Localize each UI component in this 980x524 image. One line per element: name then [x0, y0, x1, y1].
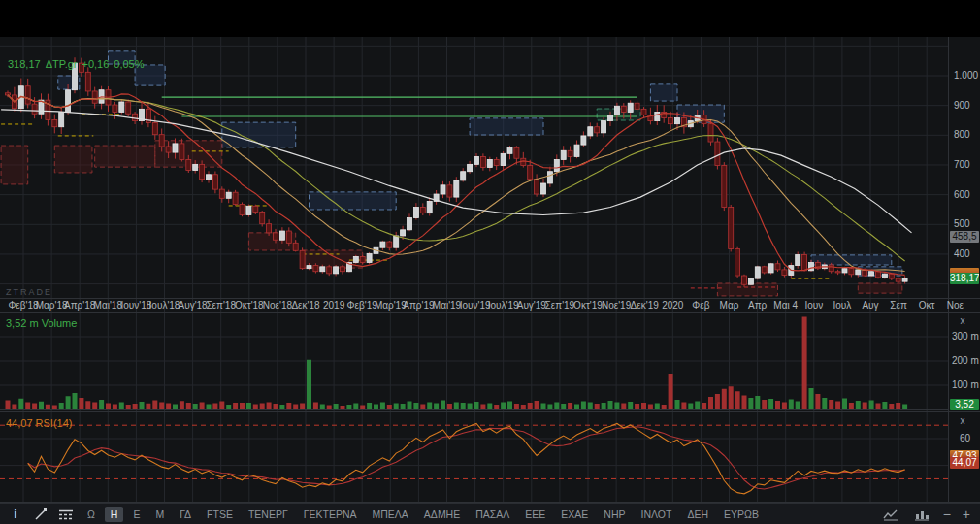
x-axis-label: Ιουν'18 — [120, 300, 151, 311]
x-axis-label: Αυγ'18 — [179, 300, 208, 311]
x-axis-label: Μαρ'18 — [36, 300, 68, 311]
x-axis-label: Σεπ — [890, 300, 907, 311]
ticker-tab-ΕΕΕ[interactable]: ΕΕΕ — [519, 507, 551, 522]
volume-pane-close-button[interactable]: x — [956, 315, 969, 327]
trading-app: 318,17ΔTP.gr+0,160,05% ZTRADE 3,52 m Vol… — [0, 0, 980, 524]
toolbar-right-group: − + — [881, 507, 980, 522]
ma-white-value-badge: 458,5 — [950, 231, 979, 243]
ticker-tab-Η[interactable]: Η — [105, 507, 124, 522]
ticker-tab-Ε[interactable]: Ε — [127, 507, 146, 522]
x-axis-label: Σεπ'18 — [206, 300, 236, 311]
x-axis-label: Νοε'19 — [602, 300, 631, 311]
bar-chart-icon[interactable] — [912, 507, 931, 522]
x-axis-label: Νοε — [947, 300, 964, 311]
line-chart-icon[interactable] — [881, 507, 900, 522]
x-axis-label: Ιουλ — [833, 300, 851, 311]
volume-tick: 100 m — [952, 379, 979, 390]
volume-value: 3,52 m — [6, 317, 39, 329]
x-axis-label: Απρ'19 — [403, 300, 434, 311]
ztrade-watermark: ZTRADE — [6, 287, 52, 297]
x-axis-label: Απρ — [748, 300, 767, 311]
ticker-tab-ΑΔΜΗΕ[interactable]: ΑΔΜΗΕ — [418, 507, 466, 522]
ticker-tab-ΔΕΗ[interactable]: ΔΕΗ — [681, 507, 714, 522]
ticker-tab-ΝΗΡ[interactable]: ΝΗΡ — [598, 507, 631, 522]
rsi-tick: 60 — [960, 433, 970, 443]
ticker-tab-ΕΧΑΕ[interactable]: ΕΧΑΕ — [555, 507, 594, 522]
quote-legend: 318,17ΔTP.gr+0,160,05% — [8, 58, 149, 70]
x-axis-label: Ιουν — [804, 300, 823, 311]
symbol-name: ΔTP.gr — [46, 58, 78, 70]
x-axis-label: 2020 — [662, 300, 683, 311]
ticker-tab-Μ[interactable]: Μ — [149, 507, 170, 522]
toolbar-icon-group: i — [0, 507, 82, 522]
x-axis-label: 2019 — [323, 300, 344, 311]
x-axis-label: Μαρ'19 — [375, 300, 407, 311]
info-icon[interactable]: i — [6, 507, 25, 522]
ticker-tab-ΠΑΣΑΛ[interactable]: ΠΑΣΑΛ — [470, 507, 515, 522]
price-tick: 700 — [954, 159, 970, 170]
volume-pane-label: 3,52 m Volume — [6, 317, 77, 329]
ticker-tab-ΕΥΡΩΒ[interactable]: ΕΥΡΩΒ — [718, 507, 765, 522]
zoom-in-button[interactable]: + — [963, 508, 970, 521]
last-price-badge: 318,17 — [950, 273, 979, 284]
rsi-value-badge: 44,07 — [950, 457, 979, 469]
x-axis-label: Μαι'19 — [433, 300, 461, 311]
ticker-tab-ΓΔ[interactable]: ΓΔ — [174, 507, 197, 522]
rsi-value: 44,07 — [6, 417, 33, 429]
price-change: +0,16 — [82, 58, 109, 70]
x-axis-label: Φεβ'18 — [8, 300, 38, 311]
x-axis-label: Ιουν'19 — [460, 300, 491, 311]
volume-tick: 300 m — [952, 331, 979, 342]
price-tick: 600 — [954, 189, 970, 200]
x-axis-label: Οκτ'18 — [235, 300, 264, 311]
x-axis-label: Νοε'18 — [263, 300, 292, 311]
ticker-tab-ΙΝΛΟΤ[interactable]: ΙΝΛΟΤ — [636, 507, 678, 522]
zoom-out-button[interactable]: − — [943, 508, 951, 521]
rsi-pane-label: 44,07 RSI(14) — [6, 417, 73, 429]
price-tick: 900 — [954, 100, 970, 111]
price-chart-canvas[interactable] — [0, 0, 980, 503]
x-axis-label: Μαι'18 — [94, 300, 122, 311]
ticker-tab-Ω[interactable]: Ω — [82, 507, 101, 522]
x-axis-label: Φεβ'19 — [347, 300, 377, 311]
x-axis-label: Δεκ'18 — [291, 300, 319, 311]
x-axis-label: Σεπ'19 — [545, 300, 575, 311]
price-tick: 500 — [954, 218, 970, 229]
ticker-tab-FTSE[interactable]: FTSE — [201, 507, 239, 522]
indicators-icon[interactable] — [56, 507, 76, 522]
x-axis-label: Οκτ'19 — [573, 300, 603, 311]
ticker-tab-ΜΠΕΛΑ[interactable]: ΜΠΕΛΑ — [367, 507, 414, 522]
x-axis-label: Ιουλ'19 — [488, 300, 519, 311]
ticker-tabs: ΩΗΕΜΓΔFTSEΤΕΝΕΡΓΓΕΚΤΕΡΝΑΜΠΕΛΑΑΔΜΗΕΠΑΣΑΛΕ… — [82, 507, 765, 522]
price-tick: 800 — [954, 129, 970, 140]
x-axis-label: Μαι 4 — [773, 300, 798, 311]
x-axis-label: Αυγ'19 — [517, 300, 546, 311]
x-axis-label: Απρ'18 — [64, 300, 95, 311]
last-price: 318,17 — [8, 58, 41, 70]
x-axis-label: Οκτ — [919, 300, 935, 311]
rsi-title: RSI(14) — [36, 417, 73, 429]
price-tick: 400 — [954, 248, 970, 259]
price-tick: 1.000 — [954, 70, 978, 81]
x-axis-label: Δεκ'19 — [631, 300, 659, 311]
volume-value-badge: 3,52 m — [950, 399, 979, 410]
x-axis-label: Μαρ — [720, 300, 739, 311]
bottom-toolbar: i ΩΗΕΜΓΔFTSEΤΕΝΕΡΓΓΕΚΤΕΡΝΑΜΠΕΛΑΑΔΜΗΕΠΑΣΑ… — [0, 503, 980, 524]
rsi-pane-close-button[interactable]: x — [956, 415, 969, 427]
ticker-tab-ΤΕΝΕΡΓ[interactable]: ΤΕΝΕΡΓ — [243, 507, 294, 522]
volume-tick: 200 m — [952, 355, 979, 366]
draw-icon[interactable] — [31, 507, 50, 522]
x-axis-label: Φεβ — [692, 300, 709, 311]
volume-title: Volume — [42, 317, 78, 329]
x-axis-label: Αυγ — [862, 300, 878, 311]
price-change-pct: 0,05% — [114, 58, 144, 70]
ticker-tab-ΓΕΚΤΕΡΝΑ[interactable]: ΓΕΚΤΕΡΝΑ — [298, 507, 363, 522]
x-axis-label: Ιουλ'18 — [149, 300, 180, 311]
